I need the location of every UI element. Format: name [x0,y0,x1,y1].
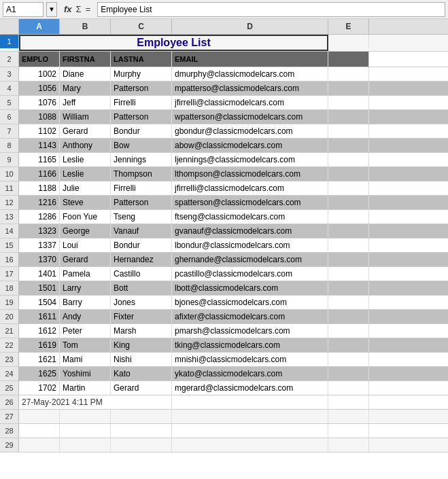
row-num-1[interactable]: 1 [0,35,19,48]
row-2: 2 EMPLO FIRSTNA LASTNA EMAIL [0,52,448,67]
col-header-e[interactable]: E [328,19,369,34]
row-num-23[interactable]: 23 [0,353,19,366]
row29-col-e [328,438,369,452]
row-num-17[interactable]: 17 [0,267,19,281]
row-num-14[interactable]: 14 [0,224,19,238]
cell-22-empno: 1619 [19,338,60,352]
row-num-2[interactable]: 2 [0,52,19,67]
formula-icons: fx Σ = [60,4,94,14]
title-cell[interactable]: Employee List [19,35,328,51]
equals-icon[interactable]: = [86,4,91,14]
row-20: 20 1611 Andy Fixter afixter@classicmodel… [0,310,448,324]
row-num-25[interactable]: 25 [0,381,19,395]
cell-25-firstname: Martin [60,381,111,395]
row29-col-b [60,438,111,452]
cell-5-lastname: Firrelli [111,96,172,109]
row-num-20[interactable]: 20 [0,310,19,323]
cell-ref-dropdown[interactable]: ▼ [46,2,57,17]
cell-6-lastname: Patterson [111,110,172,124]
row-num-4[interactable]: 4 [0,82,19,95]
cell-13-email: ftseng@classicmodelcars.com [172,210,328,224]
row-num-8[interactable]: 8 [0,139,19,152]
cell-16-lastname: Hernandez [111,253,172,266]
cell-11-e [328,181,369,195]
cell-21-firstname: Peter [60,324,111,338]
row-15: 15 1337 Loui Bondur lbondur@classicmodel… [0,238,448,253]
row29-col-d [172,438,328,452]
row-num-29[interactable]: 29 [0,438,19,452]
row-num-24[interactable]: 24 [0,367,19,380]
cell-24-lastname: Kato [111,367,172,380]
row-num-16[interactable]: 16 [0,253,19,266]
row-6: 6 1088 William Patterson wpatterson@clas… [0,110,448,124]
row26-col-d [172,395,328,409]
row-num-22[interactable]: 22 [0,338,19,352]
row-num-27[interactable]: 27 [0,410,19,423]
col-header-a[interactable]: A [19,19,60,34]
row-num-26[interactable]: 26 [0,395,19,409]
row27-col-e [328,410,369,423]
col-header-b[interactable]: B [60,19,111,34]
row-4: 4 1056 Mary Patterson mpatterso@classicm… [0,82,448,96]
cell-3-lastname: Murphy [111,67,172,81]
row-11: 11 1188 Julie Firrelli jfirrelli@classic… [0,181,448,196]
cell-21-email: pmarsh@classicmodelcars.com [172,324,328,338]
row-num-21[interactable]: 21 [0,324,19,338]
row-num-19[interactable]: 19 [0,296,19,309]
cell-22-email: tking@classicmodelcars.com [172,338,328,352]
cell-21-e [328,324,369,338]
cell-25-e [328,381,369,395]
cell-13-lastname: Tseng [111,210,172,224]
cell-reference-box[interactable]: A1 [3,2,44,17]
col-header-c[interactable]: C [111,19,172,34]
row-22: 22 1619 Tom King tking@classicmodelcars.… [0,338,448,353]
row-num-10[interactable]: 10 [0,167,19,181]
row-num-9[interactable]: 9 [0,153,19,166]
row-num-6[interactable]: 6 [0,110,19,124]
cell-20-lastname: Fixter [111,310,172,323]
row-5: 5 1076 Jeff Firrelli jfirrelli@classicmo… [0,96,448,110]
sigma-icon[interactable]: Σ [76,4,82,14]
cell-24-firstname: Yoshimi [60,367,111,380]
row-29: 29 [0,438,448,453]
row-18: 18 1501 Larry Bott lbott@classicmodelcar… [0,281,448,296]
cell-18-e [328,281,369,295]
cell-6-empno: 1088 [19,110,60,124]
cell-15-email: lbondur@classicmodelcars.com [172,238,328,252]
cell-13-e [328,210,369,224]
col-header-d[interactable]: D [172,19,328,34]
cell-12-firstname: Steve [60,196,111,209]
row-12: 12 1216 Steve Patterson spatterson@class… [0,196,448,210]
cell-15-firstname: Loui [60,238,111,252]
row28-col-e [328,424,369,438]
fx-icon[interactable]: fx [64,4,72,14]
row-num-13[interactable]: 13 [0,210,19,224]
cell-9-empno: 1165 [19,153,60,166]
row-num-3[interactable]: 3 [0,67,19,81]
cell-19-email: bjones@classicmodelcars.com [172,296,328,309]
row-num-7[interactable]: 7 [0,124,19,138]
cell-10-e [328,167,369,181]
header-e [328,52,369,67]
cell-12-empno: 1216 [19,196,60,209]
cell-9-lastname: Jennings [111,153,172,166]
row-num-15[interactable]: 15 [0,238,19,252]
data-rows: 3 1002 Diane Murphy dmurphy@classicmodel… [0,67,448,395]
row-num-28[interactable]: 28 [0,424,19,438]
row28-col-a [19,424,60,438]
cell-5-e [328,96,369,109]
cell-7-lastname: Bondur [111,124,172,138]
cell-13-empno: 1286 [19,210,60,224]
row-num-12[interactable]: 12 [0,196,19,209]
row-num-18[interactable]: 18 [0,281,19,295]
row-num-11[interactable]: 11 [0,181,19,195]
cell-5-empno: 1076 [19,96,60,109]
cell-23-lastname: Nishi [111,353,172,366]
row-num-5[interactable]: 5 [0,96,19,109]
cell-21-empno: 1612 [19,324,60,338]
cell-4-e [328,82,369,95]
row28-col-b [60,424,111,438]
cell-8-firstname: Anthony [60,139,111,152]
cell-7-e [328,124,369,138]
formula-input[interactable] [97,2,445,17]
